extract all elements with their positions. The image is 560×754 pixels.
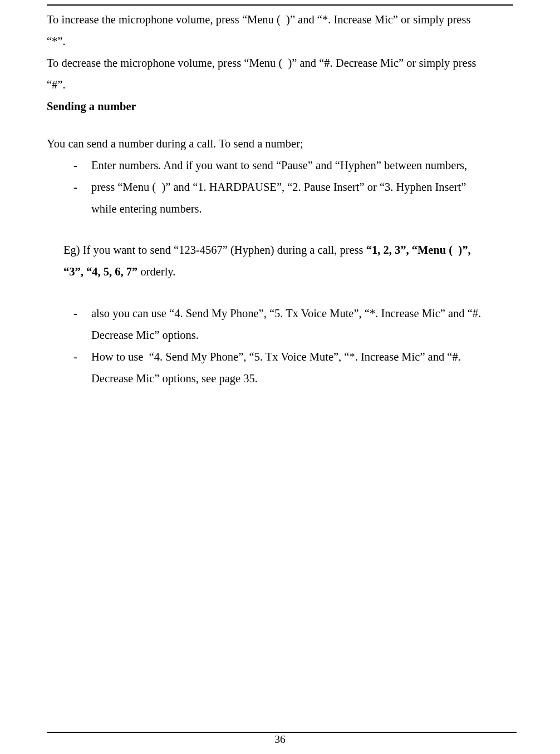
example-line1: Eg) If you want to send “123-4567” (Hyph… [63, 239, 513, 261]
example-line2: “3”, “4, 5, 6, 7” orderly. [63, 261, 513, 283]
intro-increase-line2: “*”. [47, 31, 513, 52]
intro-decrease-line2: “#”. [47, 74, 513, 96]
example-suffix: orderly. [137, 265, 175, 278]
page: To increase the microphone volume, press… [0, 4, 560, 754]
bullet-press-menu-cont: while entering numbers. [71, 198, 513, 220]
example-bold1: “1, 2, 3”, “Menu ( )”, [366, 244, 471, 256]
page-number: 36 [0, 729, 560, 750]
lead-paragraph: You can send a number during a call. To … [47, 133, 513, 155]
bullet-press-menu: press “Menu ( )” and “1. HARDPAUSE”, “2.… [71, 176, 513, 198]
section-heading: Sending a number [47, 96, 513, 117]
example-bold2: “3”, “4, 5, 6, 7” [63, 265, 137, 278]
bullet-how-to-use-cont: Decrease Mic” options, see page 35. [71, 368, 513, 390]
bullet-enter-numbers: Enter numbers. And if you want to send “… [71, 155, 513, 176]
bullet-also-use: also you can use “4. Send My Phone”, “5.… [71, 303, 513, 324]
bullet-list-3: How to use “4. Send My Phone”, “5. Tx Vo… [71, 346, 513, 368]
rule-top [47, 4, 513, 6]
intro-increase-line1: To increase the microphone volume, press… [47, 9, 513, 31]
bullet-list-1: Enter numbers. And if you want to send “… [71, 155, 513, 198]
bullet-also-use-cont: Decrease Mic” options. [71, 324, 513, 346]
intro-decrease-line1: To decrease the microphone volume, press… [47, 52, 513, 74]
bullet-how-to-use: How to use “4. Send My Phone”, “5. Tx Vo… [71, 346, 513, 368]
bullet-list-2: also you can use “4. Send My Phone”, “5.… [71, 303, 513, 324]
example-prefix: Eg) If you want to send “123-4567” (Hyph… [63, 244, 366, 256]
